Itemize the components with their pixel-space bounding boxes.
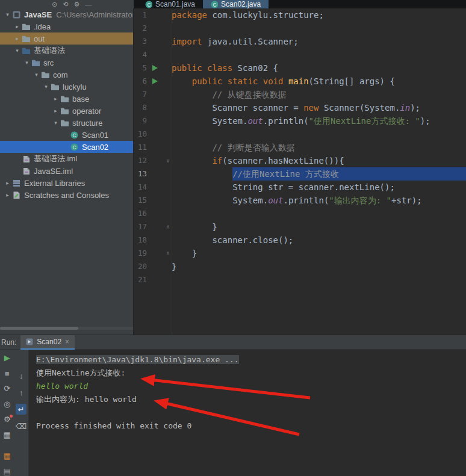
- code-line-18[interactable]: 18 scanner.close();: [134, 233, 466, 247]
- collapsed-arrow-icon[interactable]: ▸: [13, 23, 21, 29]
- code-line-19[interactable]: 19∧ }: [134, 247, 466, 260]
- expanded-arrow-icon[interactable]: ▾: [13, 48, 21, 54]
- restart-icon[interactable]: ⟳: [2, 384, 13, 394]
- tree-item-src[interactable]: ▾src: [0, 57, 133, 69]
- code-line-13[interactable]: 13 //使用NextLine 方式接收: [134, 167, 466, 181]
- console-output[interactable]: E:\Environment\Java\jdk1.8\bin\java.exe …: [29, 350, 466, 476]
- code-editor[interactable]: 1package com.luckylu.structure;23import …: [134, 8, 466, 335]
- expanded-arrow-icon[interactable]: ▾: [33, 72, 40, 78]
- expanded-arrow-icon[interactable]: ▾: [4, 11, 11, 17]
- line-number[interactable]: 1: [134, 8, 147, 22]
- code-line-20[interactable]: 20}: [134, 260, 466, 273]
- line-number[interactable]: 17: [134, 220, 147, 233]
- tree-item-operator[interactable]: ▸operator: [0, 105, 133, 117]
- code-line-12[interactable]: 12∨ if(scanner.hasNextLine()){: [134, 154, 466, 167]
- line-number[interactable]: 16: [134, 207, 147, 220]
- tree-item-scan01[interactable]: CScan01: [0, 129, 133, 141]
- code-line-4[interactable]: 4: [134, 48, 466, 61]
- locate-file-icon[interactable]: ⊙: [52, 0, 57, 8]
- code-line-10[interactable]: 10: [134, 128, 466, 141]
- tree-item-structure[interactable]: ▾structure: [0, 117, 133, 129]
- collapsed-arrow-icon[interactable]: ▸: [4, 192, 11, 198]
- code-line-7[interactable]: 7 // 从键盘接收数据: [134, 88, 466, 101]
- tree-item-.iml[interactable]: 基础语法.iml: [0, 153, 133, 165]
- tab-scan02-java[interactable]: C Scan02.java: [203, 0, 269, 8]
- tree-item-item-3[interactable]: ▾基础语法: [0, 45, 133, 57]
- collapsed-arrow-icon[interactable]: ▸: [52, 108, 60, 114]
- settings-icon[interactable]: ⚙: [2, 415, 13, 424]
- code-line-15[interactable]: 15 System.out.println("输出内容为: "+str);: [134, 194, 466, 207]
- line-number[interactable]: 15: [134, 194, 147, 207]
- code-line-14[interactable]: 14 String str = scanner.nextLine();: [134, 181, 466, 194]
- code-line-11[interactable]: 11 // 判断是否输入数据: [134, 141, 466, 154]
- collapsed-arrow-icon[interactable]: ▸: [52, 96, 60, 102]
- run-line-icon[interactable]: [152, 65, 158, 71]
- code-line-3[interactable]: 3import java.util.Scanner;: [134, 35, 466, 48]
- line-number[interactable]: 6: [134, 75, 147, 88]
- run-tab-scan02[interactable]: Scan02 ×: [20, 335, 75, 350]
- code-line-16[interactable]: 16: [134, 207, 466, 220]
- expanded-arrow-icon[interactable]: ▾: [23, 60, 31, 66]
- line-number[interactable]: 19: [134, 247, 147, 260]
- line-number[interactable]: 2: [134, 22, 147, 35]
- line-number[interactable]: 18: [134, 233, 147, 247]
- settings-gear-icon[interactable]: ⚙: [73, 0, 79, 8]
- tree-item-scan02[interactable]: CScan02: [0, 141, 133, 153]
- soft-wrap-icon[interactable]: ↵: [16, 404, 26, 415]
- pin-icon[interactable]: ▦: [2, 430, 13, 440]
- line-number[interactable]: 21: [134, 273, 147, 286]
- line-number[interactable]: 5: [134, 61, 147, 75]
- code-line-6[interactable]: 6 public static void main(String[] args)…: [134, 75, 466, 88]
- fold-close-icon[interactable]: ∧: [166, 247, 170, 260]
- expanded-arrow-icon[interactable]: ▾: [52, 120, 60, 126]
- expanded-arrow-icon[interactable]: ▾: [42, 84, 50, 90]
- tree-item-javase.iml[interactable]: JavaSE.iml: [0, 165, 133, 177]
- collapse-all-icon[interactable]: ⟲: [63, 0, 68, 8]
- line-number[interactable]: 7: [134, 88, 147, 101]
- tool-stripe-icon-1[interactable]: ▦: [2, 451, 13, 461]
- line-number[interactable]: 14: [134, 181, 147, 194]
- code-line-8[interactable]: 8 Scanner scanner = new Scanner(System.i…: [134, 101, 466, 114]
- code-line-9[interactable]: 9 System.out.println("使用NextLine方式接收: ")…: [134, 114, 466, 128]
- tree-item-scratches-and-consoles[interactable]: ▸Scratches and Consoles: [0, 189, 133, 201]
- line-number[interactable]: 4: [134, 48, 147, 61]
- up-stack-icon[interactable]: ↑: [16, 387, 26, 398]
- code-line-5[interactable]: 5public class Scan02 {: [134, 61, 466, 75]
- tree-item-label: com: [53, 70, 68, 79]
- tree-item-com[interactable]: ▾com: [0, 69, 133, 81]
- code-line-1[interactable]: 1package com.luckylu.structure;: [134, 8, 466, 22]
- line-number[interactable]: 8: [134, 101, 147, 114]
- tool-stripe-icon-2[interactable]: ▤: [2, 467, 13, 476]
- tab-scan01-java[interactable]: C Scan01.java: [137, 0, 203, 8]
- tree-item-javase[interactable]: ▾JavaSEC:\Users\Administrator\: [0, 8, 133, 20]
- code-line-17[interactable]: 17∧ }: [134, 220, 466, 233]
- line-number[interactable]: 11: [134, 141, 147, 154]
- line-number[interactable]: 3: [134, 35, 147, 48]
- tree-item-out[interactable]: ▸out: [0, 32, 133, 45]
- line-number[interactable]: 10: [134, 128, 147, 141]
- collapsed-arrow-icon[interactable]: ▸: [13, 36, 21, 42]
- fold-close-icon[interactable]: ∧: [166, 220, 170, 233]
- hide-panel-icon[interactable]: —: [85, 0, 92, 8]
- rerun-icon[interactable]: ▶: [2, 353, 13, 363]
- tree-item-luckylu[interactable]: ▾luckylu: [0, 81, 133, 93]
- clear-all-icon[interactable]: ⌫: [16, 421, 26, 431]
- scrollbar-thumb[interactable]: [0, 327, 78, 330]
- fold-open-icon[interactable]: ∨: [166, 154, 170, 167]
- dump-threads-icon[interactable]: ◎: [2, 400, 13, 409]
- collapsed-arrow-icon[interactable]: ▸: [4, 180, 11, 186]
- down-stack-icon[interactable]: ↓: [16, 370, 26, 381]
- line-number[interactable]: 12: [134, 154, 147, 167]
- tree-item-base[interactable]: ▸base: [0, 93, 133, 105]
- stop-icon[interactable]: ■: [2, 369, 13, 379]
- close-icon[interactable]: ×: [65, 338, 69, 346]
- run-line-icon[interactable]: [152, 78, 158, 84]
- tree-item-external-libraries[interactable]: ▸External Libraries: [0, 177, 133, 189]
- line-number[interactable]: 20: [134, 260, 147, 273]
- line-number[interactable]: 9: [134, 114, 147, 128]
- project-horizontal-scrollbar[interactable]: [0, 327, 133, 330]
- tree-item-.idea[interactable]: ▸.idea: [0, 20, 133, 32]
- line-number[interactable]: 13: [134, 167, 147, 181]
- code-line-2[interactable]: 2: [134, 22, 466, 35]
- code-line-21[interactable]: 21: [134, 273, 466, 286]
